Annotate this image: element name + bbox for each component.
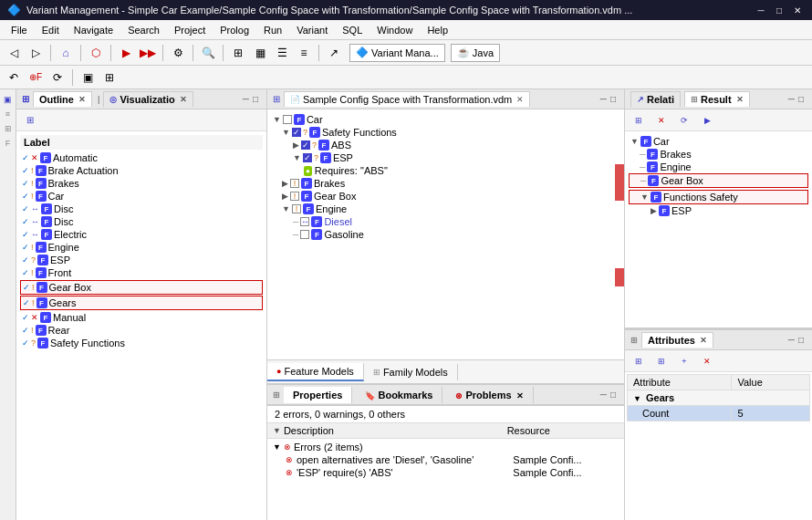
error-row-1[interactable]: ⊗ open alternatives are 'Diesel', 'Gasol… <box>271 453 620 466</box>
attr-action4[interactable]: ✕ <box>697 351 717 371</box>
java-button[interactable]: ☕ Java <box>451 44 500 62</box>
toolbar-list[interactable]: ☰ <box>272 43 292 63</box>
result-esp[interactable]: ▶ F ESP <box>629 204 808 217</box>
error-row-2[interactable]: ⊗ 'ESP' require(s) 'ABS' Sample Confi... <box>271 466 620 479</box>
toolbar-home[interactable]: ⌂ <box>56 43 76 63</box>
props-tab-bookmarks[interactable]: 🔖 Bookmarks <box>356 387 442 403</box>
editor-minimize[interactable]: ─ <box>600 94 607 104</box>
editor-tree-engine[interactable]: ▼ ! F Engine <box>271 203 620 215</box>
outline-item-safety[interactable]: ✓ ? F Safety Functions <box>20 337 263 349</box>
errors-section-header[interactable]: ▼ ⊗ Errors (2 items) <box>271 441 620 453</box>
outline-item-brakes[interactable]: ✓ ! F Brakes <box>20 177 263 190</box>
relations-tab[interactable]: ↗ Relati <box>630 91 681 108</box>
outline-item-manual[interactable]: ✓ ✕ F Manual <box>20 311 263 324</box>
toolbar-run1[interactable]: ▶ <box>116 43 136 63</box>
result-car[interactable]: ▼ F Car <box>629 135 808 148</box>
toolbar-link[interactable]: ↗ <box>324 43 344 63</box>
side-icon-3[interactable]: ⊞ <box>2 122 15 135</box>
props-tab-problems[interactable]: ⊗ Problems ✕ <box>446 387 533 403</box>
menu-prolog[interactable]: Prolog <box>213 23 256 37</box>
outline-item-gears[interactable]: ✓ ! F Gears <box>20 296 263 310</box>
menu-edit[interactable]: Edit <box>35 23 67 37</box>
minimize-button[interactable]: ─ <box>754 3 768 17</box>
outline-item-front[interactable]: ✓ ! F Front <box>20 266 263 279</box>
props-minimize[interactable]: ─ <box>600 390 607 400</box>
menu-navigate[interactable]: Navigate <box>67 23 120 37</box>
result-gearbox[interactable]: ─ F Gear Box <box>629 173 808 188</box>
menu-variant[interactable]: Variant <box>289 23 335 37</box>
editor-tree-abs[interactable]: ▶ ✓ ? F ABS <box>271 139 620 151</box>
toolbar2-action2[interactable]: ▣ <box>78 68 98 88</box>
attributes-tab[interactable]: Attributes ✕ <box>641 332 713 348</box>
family-models-tab[interactable]: ⊞ Family Models <box>364 364 458 380</box>
result-brakes[interactable]: ─ F Brakes <box>629 148 808 161</box>
menu-window[interactable]: Window <box>370 23 420 37</box>
outline-item-car[interactable]: ✓ ! F Car <box>20 190 263 203</box>
result-action1[interactable]: ⊞ <box>629 110 649 130</box>
editor-max[interactable]: □ <box>610 94 616 104</box>
attr-action1[interactable]: ⊞ <box>629 351 649 371</box>
result-action2[interactable]: ✕ <box>651 110 671 130</box>
outline-item-disc2[interactable]: ✓ ↔ F Disc <box>20 215 263 228</box>
result-engine[interactable]: ─ F Engine <box>629 161 808 173</box>
toolbar-table[interactable]: ▦ <box>250 43 270 63</box>
side-icon-4[interactable]: F <box>2 137 15 150</box>
menu-run[interactable]: Run <box>256 23 289 37</box>
toolbar-filter[interactable]: ≡ <box>294 43 314 63</box>
outline-item-gearbox[interactable]: ✓ ! F Gear Box <box>20 280 263 295</box>
props-max[interactable]: □ <box>610 390 616 400</box>
result-max[interactable]: □ <box>798 94 804 104</box>
toolbar2-action3[interactable]: ⊞ <box>99 68 120 88</box>
editor-tree-gearbox[interactable]: ▶ ! F Gear Box <box>271 190 620 203</box>
attr-action2[interactable]: ⊞ <box>651 351 671 371</box>
menu-help[interactable]: Help <box>420 23 455 37</box>
outline-item-rear[interactable]: ✓ ! F Rear <box>20 324 263 337</box>
toolbar-forward[interactable]: ▷ <box>26 43 46 63</box>
menu-sql[interactable]: SQL <box>335 23 370 37</box>
outline-item-brake[interactable]: ✓ ! F Brake Actuation <box>20 164 263 177</box>
outline-tab[interactable]: Outline ✕ <box>33 91 92 107</box>
menu-search[interactable]: Search <box>120 23 167 37</box>
result-action4[interactable]: ▶ <box>697 110 717 130</box>
result-action3[interactable]: ⟳ <box>674 110 694 130</box>
editor-tree-diesel[interactable]: ─ ↔ F Diesel <box>271 215 620 228</box>
attr-row-count[interactable]: Count 5 <box>628 406 810 421</box>
close-button[interactable]: ✕ <box>790 3 805 17</box>
toolbar-grid[interactable]: ⊞ <box>228 43 248 63</box>
toolbar-search[interactable]: 🔍 <box>198 43 218 63</box>
toolbar-new[interactable]: ⬡ <box>86 43 106 63</box>
outline-max[interactable]: □ <box>253 94 258 104</box>
toolbar2-undo[interactable]: ↶ <box>4 68 24 88</box>
result-tab[interactable]: ⊞ Result ✕ <box>684 91 750 107</box>
variant-manage-button[interactable]: 🔷 Variant Mana... <box>349 44 445 62</box>
feature-models-tab[interactable]: ● Feature Models <box>267 363 364 381</box>
side-icon-1[interactable]: ▣ <box>2 93 15 106</box>
toolbar2-new-feature[interactable]: ⊕F <box>26 68 46 88</box>
attr-minimize[interactable]: ─ <box>788 335 795 345</box>
editor-tree-car[interactable]: ▼ F Car <box>271 113 620 126</box>
toolbar2-action1[interactable]: ⟳ <box>47 68 68 88</box>
editor-tree-esp[interactable]: ▼ ✓ ? F ESP <box>271 151 620 164</box>
menu-file[interactable]: File <box>4 23 35 37</box>
menu-project[interactable]: Project <box>167 23 213 37</box>
outline-item-electric[interactable]: ✓ ↔ F Electric <box>20 228 263 241</box>
result-safety[interactable]: ▼ F Functions Safety <box>629 190 808 204</box>
editor-requires-abs[interactable]: ● Requires: "ABS" <box>271 164 620 177</box>
outline-item-engine[interactable]: ✓ ! F Engine <box>20 241 263 254</box>
editor-tab[interactable]: 📄 Sample Config Space with Transformatio… <box>284 91 530 107</box>
result-minimize[interactable]: ─ <box>788 94 795 104</box>
editor-tree-gasoline[interactable]: ─ F Gasoline <box>271 228 620 241</box>
props-tab-properties[interactable]: Properties <box>284 387 352 403</box>
outline-item-disc1[interactable]: ✓ ↔ F Disc <box>20 203 263 215</box>
maximize-button[interactable]: □ <box>772 3 786 17</box>
attr-max[interactable]: □ <box>798 335 804 345</box>
vis-tab[interactable]: ◎ Visualizatio ✕ <box>103 91 193 108</box>
side-icon-2[interactable]: ≡ <box>2 108 15 120</box>
editor-tree-safety[interactable]: ▼ ✓ ? F Safety Functions <box>271 126 620 139</box>
toolbar-back[interactable]: ◁ <box>4 43 24 63</box>
toolbar-run2[interactable]: ▶▶ <box>138 43 158 63</box>
outline-toolbar-action[interactable]: ⊞ <box>20 110 40 130</box>
toolbar-settings[interactable]: ⚙ <box>168 43 188 63</box>
outline-minimize[interactable]: ─ <box>243 94 249 104</box>
outline-item-automatic[interactable]: ✓ ✕ F Automatic <box>20 151 263 164</box>
